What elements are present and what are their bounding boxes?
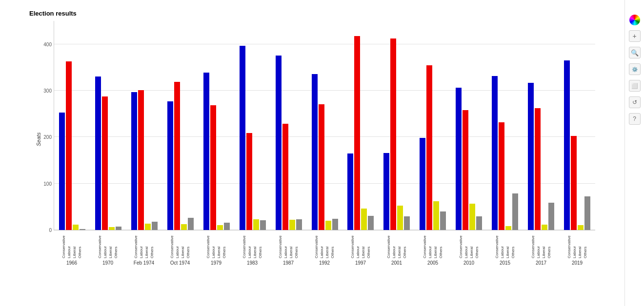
x-party-label: Conservative xyxy=(459,231,463,258)
x-party-label: Labour xyxy=(103,231,107,258)
x-label-group: ConservativeLabourLiberalOthersFeb 1974 xyxy=(126,231,162,266)
x-party-label: Liberal xyxy=(217,231,221,258)
x-party-label: Labour xyxy=(67,231,71,258)
year-label: Oct 1974 xyxy=(170,260,190,266)
x-party-label: Liberal xyxy=(253,231,257,258)
x-label-group: ConservativeLabourLiberalOthers2017 xyxy=(523,231,559,266)
bar-others xyxy=(584,196,590,230)
bar-labour xyxy=(102,96,108,230)
year-label: 1983 xyxy=(247,260,258,266)
bar-liberal xyxy=(578,225,584,230)
bar-others xyxy=(404,216,410,230)
x-party-label: Liberal xyxy=(542,231,546,258)
chart-title: Election results xyxy=(29,10,595,17)
election-group xyxy=(343,21,379,230)
bar-others xyxy=(80,229,85,230)
x-party-label: Conservative xyxy=(495,231,499,258)
bar-others xyxy=(476,216,482,230)
x-party-label: Conservative xyxy=(278,231,282,258)
bar-liberal xyxy=(469,204,475,230)
x-label-group: ConservativeLabourLiberalOthers1983 xyxy=(234,231,270,266)
bar-conservative xyxy=(167,101,173,230)
election-group xyxy=(271,21,307,230)
x-party-label: Others xyxy=(439,231,443,258)
bar-conservative xyxy=(59,113,65,230)
x-party-label: Labour xyxy=(139,231,143,258)
bar-liberal xyxy=(109,227,115,230)
x-party-label: Others xyxy=(547,231,551,258)
x-label-group: ConservativeLabourLiberalOthers1966 xyxy=(54,231,90,266)
x-party-label: Labour xyxy=(356,231,360,258)
settings-icon[interactable]: ⚙️ xyxy=(629,63,641,75)
refresh-icon[interactable]: ↺ xyxy=(629,96,641,108)
bar-labour xyxy=(499,122,504,230)
bar-conservative xyxy=(131,92,137,230)
bar-others xyxy=(224,223,230,230)
bar-labour xyxy=(390,38,396,230)
bar-liberal xyxy=(217,225,223,230)
bar-liberal xyxy=(145,224,151,230)
x-party-label: Conservative xyxy=(350,231,355,258)
year-label: 1992 xyxy=(319,260,330,266)
bar-others xyxy=(368,216,374,230)
x-party-label: Labour xyxy=(283,231,288,258)
bar-labour xyxy=(571,136,577,230)
bar-liberal xyxy=(73,225,79,230)
bar-labour xyxy=(138,90,144,230)
year-label: 2017 xyxy=(536,260,546,266)
x-party-label: Labour xyxy=(428,231,432,258)
bar-others xyxy=(332,219,338,230)
year-label: Feb 1974 xyxy=(134,260,154,266)
x-label-group: ConservativeLabourLiberalOthers2010 xyxy=(451,231,487,266)
x-party-label: Others xyxy=(330,231,335,258)
x-party-label: Liberal xyxy=(578,231,582,258)
year-label: 2010 xyxy=(463,260,474,266)
year-label: 2015 xyxy=(500,260,510,266)
x-party-label: Conservative xyxy=(98,231,102,258)
x-party-label: Conservative xyxy=(134,231,138,258)
election-group xyxy=(162,21,199,230)
x-party-label: Labour xyxy=(175,231,180,258)
x-party-label: Conservative xyxy=(314,231,319,258)
search-icon[interactable]: 🔍 xyxy=(629,47,641,58)
bar-labour xyxy=(282,124,288,230)
bar-conservative xyxy=(347,153,353,230)
colorwheel-icon[interactable] xyxy=(629,15,640,25)
x-party-label: Conservative xyxy=(386,231,391,258)
x-label-group: ConservativeLabourLiberalOthers1997 xyxy=(342,231,379,266)
x-party-label: Others xyxy=(78,231,82,258)
election-group xyxy=(199,21,235,230)
x-party-label: Conservative xyxy=(531,231,535,258)
x-party-label: Labour xyxy=(500,231,504,258)
bar-liberal xyxy=(542,225,547,230)
x-party-label: Liberal xyxy=(289,231,293,258)
x-party-label: Labour xyxy=(247,231,252,258)
y-axis-label: Seats xyxy=(36,133,41,146)
help-icon[interactable]: ? xyxy=(629,113,641,125)
x-party-label: Conservative xyxy=(242,231,246,258)
bar-liberal xyxy=(181,224,187,230)
x-label-group: ConservativeLabourLiberalOthers1992 xyxy=(306,231,342,266)
x-label-group: ConservativeLabourLiberalOthers2001 xyxy=(379,231,415,266)
zoom-in-icon[interactable]: + xyxy=(629,30,641,42)
bar-labour xyxy=(319,104,324,230)
bar-liberal xyxy=(505,226,511,230)
x-party-label: Liberal xyxy=(108,231,113,258)
frame-icon[interactable]: ⬜ xyxy=(629,80,641,92)
year-label: 2005 xyxy=(427,260,438,266)
x-party-label: Liberal xyxy=(325,231,329,258)
bar-conservative xyxy=(420,138,425,230)
bar-liberal xyxy=(253,219,259,230)
bar-conservative xyxy=(95,76,101,230)
bar-labour xyxy=(535,108,541,230)
x-party-label: Labour xyxy=(320,231,324,258)
bar-liberal xyxy=(325,221,331,230)
x-label-group: ConservativeLabourLiberalOthers1970 xyxy=(90,231,126,266)
bar-others xyxy=(296,219,302,230)
x-party-label: Conservative xyxy=(423,231,427,258)
x-party-label: Others xyxy=(222,231,226,258)
bar-others xyxy=(440,211,446,230)
y-tick-label: 200 xyxy=(43,134,52,140)
x-party-label: Others xyxy=(402,231,407,258)
x-party-label: Conservative xyxy=(206,231,210,258)
